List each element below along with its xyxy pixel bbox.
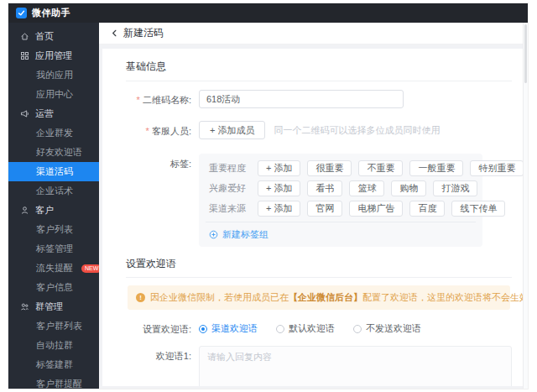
tag-option[interactable]: 特别重要 <box>470 160 524 176</box>
tags-label: 标签: <box>126 154 199 174</box>
sidebar-item-label: 好友欢迎语 <box>36 146 82 159</box>
new-tag-group-label: 新建标签组 <box>222 228 268 241</box>
customer-icon <box>19 206 29 216</box>
vertical-scrollbar[interactable] <box>523 23 528 389</box>
tag-option[interactable]: 不重要 <box>358 160 403 176</box>
radio-channel-welcome[interactable]: 渠道欢迎语 <box>199 322 258 335</box>
back-icon[interactable] <box>110 29 119 38</box>
tag-group-name: 重要程度 <box>209 162 258 175</box>
radio-no-welcome[interactable]: 不发送欢迎语 <box>353 322 421 335</box>
sidebar-item-app-center[interactable]: 应用中心 <box>8 85 99 104</box>
welcome-mode-label: 设置欢迎语: <box>126 323 199 335</box>
warning-text: 因企业微信限制，若使用成员已在【企业微信后台】配置了欢迎语，这里的欢迎语将不会生… <box>150 291 524 304</box>
circle-plus-icon <box>209 230 218 239</box>
sidebar-item-customer-info[interactable]: 客户信息 <box>8 278 99 297</box>
sidebar-item-churn-reminder[interactable]: 流失提醒NEW <box>8 259 99 278</box>
tag-group-row: 重要程度+ 添加很重要不重要一般重要特别重要 <box>209 160 472 176</box>
tag-option[interactable]: 打游戏 <box>433 180 477 196</box>
logo-check-icon <box>16 8 27 18</box>
radio-label: 渠道欢迎语 <box>211 322 258 335</box>
tag-option[interactable]: 官网 <box>307 201 342 217</box>
radio-default-welcome[interactable]: 默认欢迎语 <box>276 322 335 335</box>
main-area: 新建活码 基础信息 二维码名称: 客服人员: + 添加成员 同一 <box>99 23 528 389</box>
sidebar-item-customer-list[interactable]: 客户列表 <box>8 220 99 239</box>
apps-icon <box>19 51 29 61</box>
sidebar-item-label: 流失提醒 <box>36 262 73 274</box>
qr-name-input[interactable] <box>199 90 404 108</box>
tag-option[interactable]: 购物 <box>391 180 426 196</box>
sidebar-item-tag-build-group[interactable]: 标签建群 <box>8 355 99 374</box>
sidebar-item-label: 群管理 <box>35 301 63 313</box>
tag-group-name: 兴趣爱好 <box>209 182 258 195</box>
add-tag-button[interactable]: + 添加 <box>258 160 300 176</box>
new-tag-group-link[interactable]: 新建标签组 <box>209 228 268 241</box>
section-divider-2 <box>126 277 512 278</box>
tag-option[interactable]: 一般重要 <box>409 160 463 176</box>
sidebar-item-auto-pull-group[interactable]: 自动拉群 <box>8 336 99 355</box>
sidebar-item-label: 客户 <box>35 204 54 217</box>
tag-panel: 重要程度+ 添加很重要不重要一般重要特别重要兴趣爱好+ 添加看书篮球购物打游戏渠… <box>199 154 482 247</box>
sidebar-item-group-management[interactable]: 群管理 <box>8 297 99 316</box>
app-logo-title: 微伴助手 <box>32 7 70 19</box>
sidebar-item-label: 应用中心 <box>36 88 73 101</box>
add-member-button[interactable]: + 添加成员 <box>199 121 265 139</box>
warning-icon: ! <box>136 293 145 302</box>
tags-row: 标签: 重要程度+ 添加很重要不重要一般重要特别重要兴趣爱好+ 添加看书篮球购物… <box>126 154 512 247</box>
sidebar-item-tag-management[interactable]: 标签管理 <box>8 239 99 259</box>
sidebar-item-label: 客户信息 <box>36 281 73 294</box>
radio-label: 默认欢迎语 <box>289 322 335 335</box>
welcome-message-input[interactable] <box>199 346 512 386</box>
radio-icon <box>353 325 362 333</box>
sidebar-item-customer-group-reminder[interactable]: 客户群提醒 <box>8 374 99 389</box>
sidebar-item-my-apps[interactable]: 我的应用 <box>8 65 99 85</box>
radio-icon <box>276 325 284 333</box>
sidebar-item-enterprise-mass-send[interactable]: 企业群发 <box>8 123 99 143</box>
sidebar-item-label: 企业话术 <box>36 185 73 197</box>
staff-hint: 同一个二维码可以选择多位成员同时使用 <box>274 121 440 139</box>
sidebar-item-operations[interactable]: 运营 <box>8 104 99 123</box>
tag-option[interactable]: 电梯广告 <box>349 201 403 217</box>
operations-icon <box>19 109 29 119</box>
sidebar-item-home[interactable]: 首页 <box>8 27 99 46</box>
tag-option[interactable]: 百度 <box>409 201 445 217</box>
tag-panel-divider <box>206 222 476 222</box>
tag-group-row: 兴趣爱好+ 添加看书篮球购物打游戏 <box>209 180 472 196</box>
sidebar-item-customer[interactable]: 客户 <box>8 201 99 220</box>
scrollbar-thumb[interactable] <box>524 24 527 83</box>
sidebar-item-channel-live-code[interactable]: 渠道活码 <box>8 162 99 181</box>
welcome-message-row: 欢迎语1: <box>126 346 512 386</box>
sidebar: 首页应用管理我的应用应用中心运营企业群发好友欢迎语渠道活码企业话术客户客户列表标… <box>8 23 99 389</box>
tag-option[interactable]: 看书 <box>307 180 342 196</box>
tag-option[interactable]: 很重要 <box>307 160 352 176</box>
sidebar-item-friend-welcome[interactable]: 好友欢迎语 <box>8 143 99 162</box>
form-card: 基础信息 二维码名称: 客服人员: + 添加成员 同一个二维码可以选择多位成员同… <box>102 49 524 386</box>
qr-name-row: 二维码名称: <box>126 90 512 110</box>
staff-row: 客服人员: + 添加成员 同一个二维码可以选择多位成员同时使用 <box>126 121 512 141</box>
section-title-welcome: 设置欢迎语 <box>126 247 512 271</box>
qr-name-label: 二维码名称: <box>126 90 199 110</box>
app-window: 微伴助手 首页应用管理我的应用应用中心运营企业群发好友欢迎语渠道活码企业话术客户… <box>8 3 528 389</box>
sidebar-item-label: 自动拉群 <box>36 339 73 352</box>
sidebar-item-label: 标签建群 <box>36 358 73 371</box>
welcome-mode-row: 设置欢迎语: 渠道欢迎语默认欢迎语不发送欢迎语 <box>126 322 512 335</box>
sidebar-item-app-management[interactable]: 应用管理 <box>8 46 99 65</box>
tag-option[interactable]: 篮球 <box>349 180 384 196</box>
top-bar: 微伴助手 <box>8 3 528 23</box>
add-tag-button[interactable]: + 添加 <box>258 201 300 217</box>
sidebar-item-label: 应用管理 <box>35 50 72 62</box>
tag-panel-rows: 重要程度+ 添加很重要不重要一般重要特别重要兴趣爱好+ 添加看书篮球购物打游戏渠… <box>209 160 472 217</box>
sidebar-item-enterprise-scripts[interactable]: 企业话术 <box>8 181 99 201</box>
sidebar-item-customer-group-list[interactable]: 客户群列表 <box>8 316 99 336</box>
staff-label: 客服人员: <box>126 121 199 141</box>
section-divider <box>126 81 512 81</box>
welcome-warning-banner: ! 因企业微信限制，若使用成员已在【企业微信后台】配置了欢迎语，这里的欢迎语将不… <box>128 285 510 310</box>
sidebar-item-label: 客户群列表 <box>36 320 82 332</box>
page-header: 新建活码 <box>99 23 528 44</box>
content-scroll: 基础信息 二维码名称: 客服人员: + 添加成员 同一个二维码可以选择多位成员同… <box>99 44 528 389</box>
sidebar-item-label: 首页 <box>35 30 54 43</box>
screenshot-frame: 微伴助手 首页应用管理我的应用应用中心运营企业群发好友欢迎语渠道活码企业话术客户… <box>0 0 537 392</box>
sidebar-item-label: 我的应用 <box>36 69 73 81</box>
tag-option[interactable]: 线下传单 <box>451 201 505 217</box>
add-tag-button[interactable]: + 添加 <box>258 180 300 196</box>
page-title: 新建活码 <box>123 26 164 40</box>
